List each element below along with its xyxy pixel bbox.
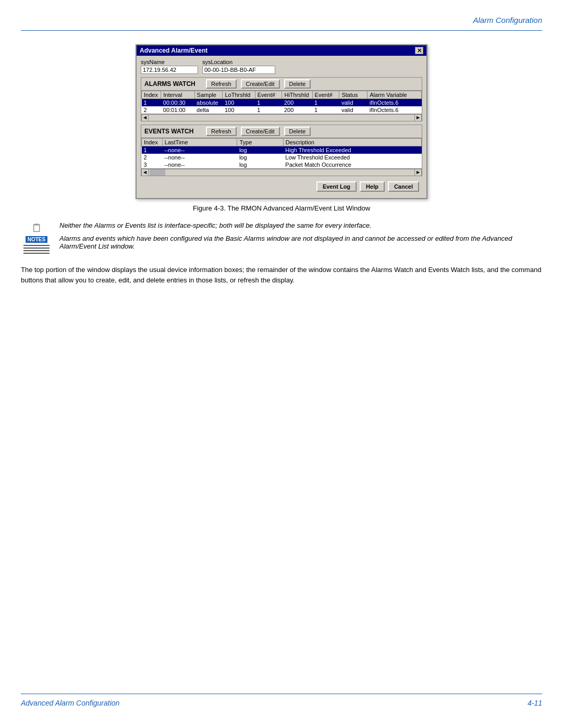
page-header: Alarm Configuration bbox=[473, 16, 542, 24]
alarms-refresh-button[interactable]: Refresh bbox=[206, 79, 237, 89]
alarms-col-sample: Sample bbox=[194, 91, 223, 99]
event-index: 3 bbox=[142, 161, 163, 168]
sys-location-input[interactable] bbox=[202, 66, 275, 74]
dialog-titlebar: Advanced Alarm/Event ✕ bbox=[137, 45, 426, 56]
event-type: log bbox=[237, 146, 283, 154]
header-title: Alarm Configuration bbox=[473, 16, 542, 24]
alarm-alarmvar: ifInOctets.6 bbox=[368, 106, 422, 114]
alarms-scroll-row: ◀ ▶ bbox=[141, 114, 422, 121]
sys-name-field: sysName bbox=[141, 59, 198, 74]
notes-text: Neither the Alarms or Events list is int… bbox=[59, 221, 542, 255]
alarm-alarmvar: ifInOctets.6 bbox=[368, 99, 422, 107]
notes-line-1 bbox=[23, 245, 50, 246]
alarms-col-alarmvar: Alarm Variable bbox=[368, 91, 422, 99]
events-refresh-button[interactable]: Refresh bbox=[206, 127, 237, 136]
alarms-scroll-track bbox=[149, 114, 414, 121]
events-col-description: Description bbox=[283, 139, 421, 146]
footer-right: 4-11 bbox=[528, 699, 542, 707]
alarm-sample: delta bbox=[194, 106, 223, 114]
event-lasttime: --none-- bbox=[162, 154, 237, 161]
alarms-watch-title: ALARMS WATCH bbox=[144, 80, 202, 88]
alarm-status: valid bbox=[339, 99, 368, 107]
event-index: 2 bbox=[142, 154, 163, 161]
table-row[interactable]: 1 00:00:30 absolute 100 1 200 1 valid if… bbox=[142, 99, 422, 107]
events-table: Index LastTime Type Description 1 --none… bbox=[141, 138, 422, 168]
table-row[interactable]: 2 --none-- log Low Threshold Exceeded bbox=[142, 154, 422, 161]
sys-location-field: sysLocation bbox=[202, 59, 275, 74]
notes-note2: Alarms and events which have been config… bbox=[59, 235, 542, 250]
alarms-scroll-left[interactable]: ◀ bbox=[141, 114, 149, 121]
event-description: Packet Match Occurrence bbox=[283, 161, 421, 168]
help-button[interactable]: Help bbox=[360, 181, 385, 192]
alarm-hithrshld: 200 bbox=[282, 99, 312, 107]
notes-line-2 bbox=[23, 248, 50, 249]
sys-info-row: sysName sysLocation bbox=[141, 59, 422, 74]
alarms-watch-section: ALARMS WATCH Refresh Create/Edit Delete … bbox=[141, 77, 422, 121]
events-table-header-row: Index LastTime Type Description bbox=[142, 139, 422, 146]
alarm-index: 1 bbox=[142, 99, 161, 107]
alarm-lothrshld: 100 bbox=[223, 99, 255, 107]
table-row[interactable]: 3 --none-- log Packet Match Occurrence bbox=[142, 161, 422, 168]
notepad-spiral-icon: 🗒 bbox=[31, 221, 42, 235]
notes-line-3 bbox=[23, 250, 50, 251]
sys-location-label: sysLocation bbox=[202, 59, 275, 65]
event-type: log bbox=[237, 154, 283, 161]
alarms-col-lothrshld: LoThrshld bbox=[223, 91, 255, 99]
alarms-col-hithrshld: HiThrshld bbox=[282, 91, 312, 99]
events-scroll-thumb bbox=[150, 169, 165, 176]
table-row[interactable]: 2 00:01:00 delta 100 1 200 1 valid ifInO… bbox=[142, 106, 422, 114]
dialog-close-button[interactable]: ✕ bbox=[415, 47, 423, 54]
alarm-lothrshld: 100 bbox=[223, 106, 255, 114]
alarms-col-index: Index bbox=[142, 91, 161, 99]
alarms-col-eventnum2: Event# bbox=[312, 91, 339, 99]
dialog-title: Advanced Alarm/Event bbox=[140, 47, 207, 54]
dialog-body: sysName sysLocation ALARMS WATCH Refresh… bbox=[137, 56, 426, 198]
events-table-container: Index LastTime Type Description 1 --none… bbox=[141, 138, 422, 168]
cancel-button[interactable]: Cancel bbox=[388, 181, 419, 192]
alarms-col-interval: Interval bbox=[161, 91, 194, 99]
events-col-lasttime: LastTime bbox=[162, 139, 237, 146]
events-watch-section: EVENTS WATCH Refresh Create/Edit Delete … bbox=[141, 125, 422, 176]
event-lasttime: --none-- bbox=[162, 146, 237, 154]
events-scroll-track bbox=[149, 169, 414, 176]
events-col-type: Type bbox=[237, 139, 283, 146]
events-scroll-right[interactable]: ▶ bbox=[414, 169, 422, 176]
alarm-index: 2 bbox=[142, 106, 161, 114]
events-scroll-left[interactable]: ◀ bbox=[141, 169, 149, 176]
events-col-index: Index bbox=[142, 139, 163, 146]
event-description: Low Threshold Exceeded bbox=[283, 154, 421, 161]
dialog-footer: Event Log Help Cancel bbox=[141, 179, 422, 194]
notes-line-4 bbox=[23, 253, 50, 254]
event-lasttime: --none-- bbox=[162, 161, 237, 168]
alarm-status: valid bbox=[339, 106, 368, 114]
sys-name-label: sysName bbox=[141, 59, 198, 65]
alarms-col-eventnum-hi: Event# bbox=[255, 91, 282, 99]
header-divider bbox=[21, 30, 542, 31]
figure-caption: Figure 4-3. The RMON Advanced Alarm/Even… bbox=[21, 204, 542, 212]
event-log-button[interactable]: Event Log bbox=[316, 181, 357, 192]
page-footer: Advanced Alarm Configuration 4-11 bbox=[21, 699, 542, 707]
alarms-scroll-right[interactable]: ▶ bbox=[414, 114, 422, 121]
alarm-interval: 00:01:00 bbox=[161, 106, 194, 114]
alarms-delete-button[interactable]: Delete bbox=[284, 79, 311, 89]
alarm-sample: absolute bbox=[194, 99, 223, 107]
alarm-eventnum: 1 bbox=[312, 106, 339, 114]
sys-name-input[interactable] bbox=[141, 66, 198, 74]
table-row[interactable]: 1 --none-- log High Threshold Exceeded bbox=[142, 146, 422, 154]
event-type: log bbox=[237, 161, 283, 168]
dialog-window: Advanced Alarm/Event ✕ sysName sysLocati… bbox=[136, 44, 427, 199]
alarms-create-edit-button[interactable]: Create/Edit bbox=[241, 79, 280, 89]
events-watch-title: EVENTS WATCH bbox=[144, 128, 202, 135]
footer-left: Advanced Alarm Configuration bbox=[21, 699, 119, 707]
alarms-table-container: Index Interval Sample LoThrshld Event# H… bbox=[141, 91, 422, 114]
alarms-table: Index Interval Sample LoThrshld Event# H… bbox=[141, 91, 422, 114]
alarms-table-header-row: Index Interval Sample LoThrshld Event# H… bbox=[142, 91, 422, 99]
event-index: 1 bbox=[142, 146, 163, 154]
notes-icon: 🗒 NOTES bbox=[21, 221, 52, 255]
notes-block: 🗒 NOTES Neither the Alarms or Events lis… bbox=[21, 221, 542, 255]
alarms-watch-header: ALARMS WATCH Refresh Create/Edit Delete bbox=[141, 78, 422, 91]
events-create-edit-button[interactable]: Create/Edit bbox=[241, 127, 280, 136]
events-delete-button[interactable]: Delete bbox=[284, 127, 311, 136]
alarms-col-status: Status bbox=[339, 91, 368, 99]
notes-label: NOTES bbox=[26, 236, 47, 243]
